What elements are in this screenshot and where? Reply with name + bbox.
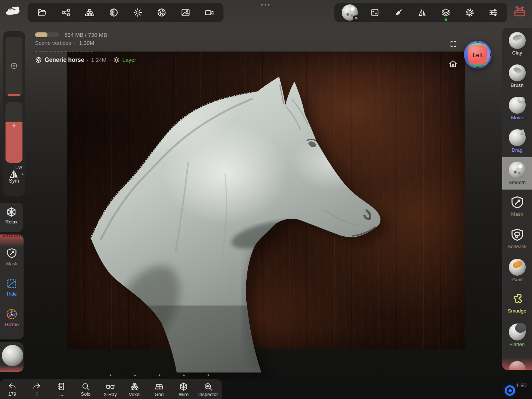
sym-expand-arrow[interactable]: ▸ <box>22 172 24 176</box>
tool-brush[interactable]: Brush <box>502 60 532 92</box>
mask-shield-icon <box>6 247 18 259</box>
voxel-button[interactable]: ▲ Voxel <box>123 379 147 399</box>
undo-count: 179 <box>8 391 16 397</box>
symmetry-icon[interactable] <box>9 170 19 179</box>
mesh-icon <box>35 56 42 63</box>
radius-slider[interactable] <box>6 37 22 96</box>
app-logo-icon[interactable] <box>5 6 20 17</box>
brush-settings-gear-icon <box>353 15 359 22</box>
settings-button[interactable] <box>462 3 477 22</box>
material-expand-arrow[interactable]: ▸ <box>21 353 23 358</box>
tool-smudge[interactable]: Smudge <box>502 287 532 319</box>
memory-bar-fill <box>35 32 47 37</box>
symmetry-label: Sym <box>3 178 25 184</box>
tool-next-partial-icon[interactable] <box>509 361 526 370</box>
window-handle[interactable]: ••• <box>257 1 275 8</box>
memory-text: 894 MB / 730 MB <box>64 32 107 38</box>
hide-button[interactable]: Hide <box>0 278 24 297</box>
object-name: Generic horse <box>45 57 84 63</box>
solo-button[interactable]: Solo <box>74 379 98 399</box>
smudge-hand-icon <box>510 292 525 307</box>
redo-button[interactable]: 0 <box>25 379 49 399</box>
scene-vertices: Scene vertices：1.30M <box>35 40 94 47</box>
material-button[interactable] <box>106 3 121 22</box>
redo-count: 0 <box>35 391 38 397</box>
hide-dotted-icon <box>6 278 18 290</box>
background-image-button[interactable] <box>178 3 193 22</box>
left-slider-column: L/W ▸ Sym <box>3 31 25 196</box>
topology-button[interactable]: ... <box>82 3 97 22</box>
intensity-slider[interactable] <box>6 102 22 163</box>
home-button[interactable] <box>448 59 458 69</box>
left-tool-panel: Smooth Mask Hide Gizmo <box>0 234 24 339</box>
tool-dock: Clay Brush Move Drag Smooth Mask SelMask <box>502 28 532 370</box>
bottom-toolbar: 179 0 ... Solo ▲ X-Ray ▲ Voxel ▲ Grid <box>0 379 222 399</box>
material-preview-sphere <box>2 345 23 366</box>
material-preview-panel[interactable]: ▸ <box>0 342 24 372</box>
top-right-toolbar: ... ... <box>334 3 507 22</box>
history-more: ... <box>59 391 63 397</box>
relax-web-icon <box>6 206 17 218</box>
tool-clay[interactable]: Clay <box>502 28 532 60</box>
brush-sphere-icon <box>509 64 526 81</box>
tool-paint[interactable]: Paint <box>502 254 532 287</box>
xray-button[interactable]: ▲ X-Ray <box>98 379 123 399</box>
object-layer-label: Layer <box>122 57 136 63</box>
undo-button[interactable]: 179 <box>0 379 25 399</box>
memory-bar <box>35 32 59 37</box>
separator-dot: · <box>87 57 89 63</box>
zoom-level: 1.90 <box>516 382 526 388</box>
tool-drag[interactable]: Drag <box>502 125 532 157</box>
lighting-button[interactable] <box>130 3 145 22</box>
stroke-settings-button[interactable]: ... <box>367 3 382 22</box>
relax-label: Relax <box>5 219 17 225</box>
tool-selmask[interactable]: SelMask <box>502 222 532 254</box>
gizmo-button[interactable]: Gizmo <box>0 308 24 327</box>
mask-button[interactable]: Mask <box>0 247 24 266</box>
tool-mask[interactable]: Mask <box>502 190 532 222</box>
memory-status: 894 MB / 730 MB <box>35 32 107 38</box>
tool-smooth[interactable]: Smooth <box>502 157 532 190</box>
drag-sphere-icon <box>509 129 526 146</box>
interface-sliders-button[interactable]: ... <box>486 3 501 22</box>
sculpt-canvas[interactable] <box>67 52 465 349</box>
layers-button[interactable] <box>438 3 453 22</box>
relax-panel[interactable]: Relax <box>0 203 23 232</box>
tool-move[interactable]: Move <box>502 92 532 125</box>
mask-label: Mask <box>6 261 17 266</box>
topology-more-indicator: ... <box>82 18 97 22</box>
app-window: ... ••• ... <box>0 0 532 399</box>
mask-shield-icon <box>510 195 525 210</box>
fullscreen-button[interactable] <box>450 40 457 48</box>
clay-sphere-icon <box>509 32 526 49</box>
selmask-shield-icon <box>510 227 525 243</box>
gizmo-label: Gizmo <box>5 322 19 327</box>
scene-vertices-label: Scene vertices： <box>35 40 77 46</box>
camera-button[interactable] <box>202 3 217 22</box>
gizmo-axes-icon <box>6 308 18 320</box>
brush-preview-button[interactable] <box>341 3 359 22</box>
paint-sphere-icon <box>509 259 526 276</box>
history-button[interactable]: ... <box>49 379 74 399</box>
tool-flatten[interactable]: Flatten <box>502 319 532 352</box>
stroke-more-indicator: ... <box>367 18 382 22</box>
object-vertex-count: 1.24M <box>91 57 107 63</box>
wire-button[interactable]: ▲ Wire <box>172 379 196 399</box>
gizmo-face-label: Left <box>473 52 483 58</box>
grid-button[interactable]: ▲ Grid <box>147 379 172 399</box>
scene-vertices-value: 1.30M <box>79 40 94 46</box>
object-info-row[interactable]: Generic horse · 1.24M · Layer <box>35 56 136 63</box>
scene-graph-button[interactable] <box>59 3 73 22</box>
toolbox-button[interactable] <box>513 5 526 18</box>
inspector-button[interactable]: ▲ Inspector <box>196 379 221 399</box>
top-left-toolbar: ... <box>28 3 223 22</box>
active-tool-flyout-label: Smooth <box>0 234 24 238</box>
layers-active-dot <box>445 18 447 21</box>
files-button[interactable] <box>35 3 49 22</box>
layer-icon <box>113 57 120 63</box>
symmetry-button[interactable] <box>415 3 430 22</box>
flatten-sphere-icon <box>509 324 526 340</box>
orientation-gizmo[interactable]: Left <box>463 40 492 69</box>
postprocess-button[interactable] <box>154 3 169 22</box>
paint-material-button[interactable] <box>391 3 406 22</box>
